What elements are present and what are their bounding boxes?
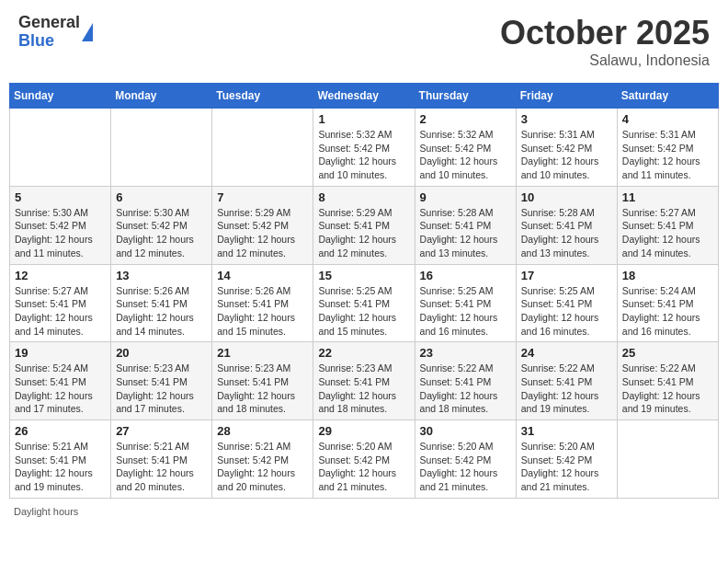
day-number: 24 [521, 346, 612, 360]
logo: General Blue [18, 14, 93, 51]
day-number: 6 [116, 190, 207, 204]
calendar-cell: 12Sunrise: 5:27 AM Sunset: 5:41 PM Dayli… [10, 264, 111, 342]
day-number: 30 [420, 424, 511, 438]
day-number: 1 [318, 112, 409, 126]
day-number: 17 [521, 269, 612, 282]
weekday-header: Monday [111, 84, 212, 109]
calendar-cell: 9Sunrise: 5:28 AM Sunset: 5:41 PM Daylig… [415, 186, 516, 264]
weekday-header: Friday [516, 84, 617, 109]
calendar-cell: 29Sunrise: 5:20 AM Sunset: 5:42 PM Dayli… [313, 420, 415, 499]
calendar-cell: 18Sunrise: 5:24 AM Sunset: 5:41 PM Dayli… [617, 264, 718, 342]
daylight-label: Daylight hours [14, 506, 78, 517]
day-info: Sunrise: 5:28 AM Sunset: 5:41 PM Dayligh… [521, 206, 612, 260]
day-info: Sunrise: 5:22 AM Sunset: 5:41 PM Dayligh… [420, 362, 511, 416]
day-number: 18 [622, 269, 713, 282]
calendar: SundayMondayTuesdayWednesdayThursdayFrid… [9, 83, 719, 499]
day-info: Sunrise: 5:23 AM Sunset: 5:41 PM Dayligh… [217, 362, 308, 416]
day-info: Sunrise: 5:25 AM Sunset: 5:41 PM Dayligh… [521, 284, 612, 339]
calendar-cell: 20Sunrise: 5:23 AM Sunset: 5:41 PM Dayli… [111, 342, 212, 420]
day-number: 14 [217, 269, 308, 282]
calendar-cell: 2Sunrise: 5:32 AM Sunset: 5:42 PM Daylig… [415, 109, 516, 187]
day-info: Sunrise: 5:29 AM Sunset: 5:42 PM Dayligh… [217, 206, 308, 260]
day-info: Sunrise: 5:20 AM Sunset: 5:42 PM Dayligh… [318, 440, 409, 494]
day-number: 23 [420, 346, 511, 360]
weekday-header: Sunday [10, 84, 111, 109]
header: General Blue October 2025 Salawu, Indone… [9, 9, 719, 74]
weekday-header: Saturday [617, 84, 718, 109]
day-number: 2 [420, 112, 511, 126]
day-number: 16 [420, 269, 511, 282]
day-info: Sunrise: 5:26 AM Sunset: 5:41 PM Dayligh… [217, 284, 308, 339]
calendar-cell: 27Sunrise: 5:21 AM Sunset: 5:41 PM Dayli… [111, 420, 212, 499]
calendar-cell: 25Sunrise: 5:22 AM Sunset: 5:41 PM Dayli… [617, 342, 718, 420]
day-info: Sunrise: 5:28 AM Sunset: 5:41 PM Dayligh… [420, 206, 511, 260]
day-info: Sunrise: 5:21 AM Sunset: 5:41 PM Dayligh… [15, 440, 106, 494]
day-number: 5 [15, 190, 106, 204]
week-row: 26Sunrise: 5:21 AM Sunset: 5:41 PM Dayli… [10, 420, 719, 499]
day-info: Sunrise: 5:24 AM Sunset: 5:41 PM Dayligh… [15, 362, 106, 416]
day-info: Sunrise: 5:31 AM Sunset: 5:42 PM Dayligh… [622, 128, 713, 182]
day-info: Sunrise: 5:20 AM Sunset: 5:42 PM Dayligh… [521, 440, 612, 494]
footer: Daylight hours [9, 506, 719, 517]
day-number: 19 [15, 346, 106, 360]
calendar-cell: 24Sunrise: 5:22 AM Sunset: 5:41 PM Dayli… [516, 342, 617, 420]
day-number: 31 [521, 424, 612, 438]
day-number: 29 [318, 424, 409, 438]
calendar-cell: 28Sunrise: 5:21 AM Sunset: 5:42 PM Dayli… [212, 420, 313, 499]
calendar-cell [212, 109, 313, 187]
day-info: Sunrise: 5:31 AM Sunset: 5:42 PM Dayligh… [521, 128, 612, 182]
weekday-header: Tuesday [212, 84, 313, 109]
calendar-cell: 7Sunrise: 5:29 AM Sunset: 5:42 PM Daylig… [212, 186, 313, 264]
calendar-cell: 5Sunrise: 5:30 AM Sunset: 5:42 PM Daylig… [10, 186, 111, 264]
calendar-cell: 1Sunrise: 5:32 AM Sunset: 5:42 PM Daylig… [313, 109, 415, 187]
day-info: Sunrise: 5:24 AM Sunset: 5:41 PM Dayligh… [622, 284, 713, 339]
weekday-header: Wednesday [313, 84, 415, 109]
calendar-cell: 14Sunrise: 5:26 AM Sunset: 5:41 PM Dayli… [212, 264, 313, 342]
day-info: Sunrise: 5:22 AM Sunset: 5:41 PM Dayligh… [622, 362, 713, 416]
day-number: 8 [318, 190, 409, 204]
logo-triangle-icon [82, 23, 93, 41]
day-number: 22 [318, 346, 409, 360]
calendar-cell: 11Sunrise: 5:27 AM Sunset: 5:41 PM Dayli… [617, 186, 718, 264]
calendar-cell: 17Sunrise: 5:25 AM Sunset: 5:41 PM Dayli… [516, 264, 617, 342]
day-info: Sunrise: 5:32 AM Sunset: 5:42 PM Dayligh… [420, 128, 511, 182]
day-info: Sunrise: 5:30 AM Sunset: 5:42 PM Dayligh… [116, 206, 207, 260]
week-row: 12Sunrise: 5:27 AM Sunset: 5:41 PM Dayli… [10, 264, 719, 342]
calendar-cell: 22Sunrise: 5:23 AM Sunset: 5:41 PM Dayli… [313, 342, 415, 420]
day-number: 9 [420, 190, 511, 204]
calendar-cell: 4Sunrise: 5:31 AM Sunset: 5:42 PM Daylig… [617, 109, 718, 187]
calendar-cell: 3Sunrise: 5:31 AM Sunset: 5:42 PM Daylig… [516, 109, 617, 187]
day-info: Sunrise: 5:20 AM Sunset: 5:42 PM Dayligh… [420, 440, 511, 494]
day-number: 15 [318, 269, 409, 282]
day-info: Sunrise: 5:27 AM Sunset: 5:41 PM Dayligh… [622, 206, 713, 260]
calendar-cell: 23Sunrise: 5:22 AM Sunset: 5:41 PM Dayli… [415, 342, 516, 420]
location: Salawu, Indonesia [500, 52, 710, 69]
day-number: 21 [217, 346, 308, 360]
day-number: 11 [622, 190, 713, 204]
day-info: Sunrise: 5:23 AM Sunset: 5:41 PM Dayligh… [116, 362, 207, 416]
logo-general: General [18, 14, 80, 32]
day-number: 20 [116, 346, 207, 360]
weekday-header: Thursday [415, 84, 516, 109]
day-info: Sunrise: 5:21 AM Sunset: 5:42 PM Dayligh… [217, 440, 308, 494]
calendar-cell [10, 109, 111, 187]
day-info: Sunrise: 5:22 AM Sunset: 5:41 PM Dayligh… [521, 362, 612, 416]
day-info: Sunrise: 5:26 AM Sunset: 5:41 PM Dayligh… [116, 284, 207, 339]
calendar-cell: 16Sunrise: 5:25 AM Sunset: 5:41 PM Dayli… [415, 264, 516, 342]
week-row: 19Sunrise: 5:24 AM Sunset: 5:41 PM Dayli… [10, 342, 719, 420]
weekday-header-row: SundayMondayTuesdayWednesdayThursdayFrid… [10, 84, 719, 109]
day-number: 26 [15, 424, 106, 438]
day-info: Sunrise: 5:23 AM Sunset: 5:41 PM Dayligh… [318, 362, 409, 416]
month-title: October 2025 [500, 14, 710, 52]
day-number: 25 [622, 346, 713, 360]
day-number: 12 [15, 269, 106, 282]
day-info: Sunrise: 5:25 AM Sunset: 5:41 PM Dayligh… [318, 284, 409, 339]
day-number: 28 [217, 424, 308, 438]
week-row: 1Sunrise: 5:32 AM Sunset: 5:42 PM Daylig… [10, 109, 719, 187]
day-number: 10 [521, 190, 612, 204]
day-number: 4 [622, 112, 713, 126]
calendar-cell [111, 109, 212, 187]
day-number: 3 [521, 112, 612, 126]
calendar-cell: 13Sunrise: 5:26 AM Sunset: 5:41 PM Dayli… [111, 264, 212, 342]
day-number: 7 [217, 190, 308, 204]
